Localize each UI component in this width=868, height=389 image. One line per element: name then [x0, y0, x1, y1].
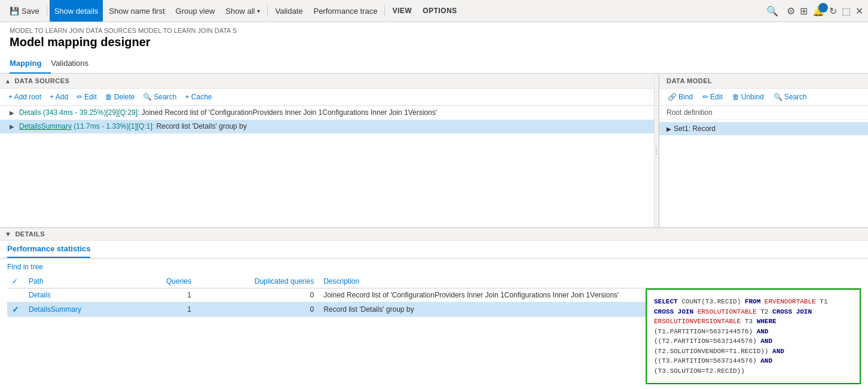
- search-button[interactable]: 🔍 Search: [139, 91, 180, 103]
- find-in-tree-area: Find in tree: [0, 259, 868, 275]
- show-all-dropdown-icon: ▾: [257, 8, 260, 14]
- tab-mapping[interactable]: Mapping: [10, 54, 51, 74]
- row1-check: [7, 288, 24, 302]
- cache-button[interactable]: + Cache: [181, 91, 215, 103]
- sql-where4: ((T3.PARTITION=5637144576): [654, 357, 760, 364]
- sql-where-keyword: WHERE: [757, 318, 777, 325]
- sql-t2: T2: [757, 308, 772, 315]
- data-sources-tree: ▶ Details (343.4ms - 39.25%)[29][Q:29]: …: [0, 106, 654, 227]
- app-container: 💾 Save Show details Show name first Grou…: [0, 0, 868, 389]
- save-icon: 💾: [10, 7, 19, 16]
- check-mark-icon: ✓: [12, 305, 19, 314]
- unbind-icon: 🗑: [732, 93, 739, 101]
- data-model-panel: DATA MODEL 🔗 Bind ✏ Edit 🗑 Unbind: [659, 74, 868, 227]
- office-icon[interactable]: ⊞: [800, 5, 808, 17]
- sql-popup: SELECT COUNT(T3.RECID) FROM ERVENDORTABL…: [646, 288, 861, 384]
- details-tab-bar: Performance statistics: [0, 241, 868, 259]
- sql-where3: (T2.SOLUTIONVENDOR=T1.RECID)): [654, 348, 772, 355]
- row2-path-link[interactable]: DetailsSummary: [29, 305, 81, 314]
- drag-dots-icon: ⋮: [652, 146, 661, 156]
- col-queries[interactable]: Queries: [135, 275, 196, 288]
- data-model-edit-button[interactable]: ✏ Edit: [699, 91, 726, 103]
- sql-t3: T3: [741, 318, 756, 325]
- sql-where1: (T1.PARTITION=5637144576): [654, 328, 757, 335]
- sql-t1: T1: [816, 298, 828, 305]
- toolbar-divider-1: [47, 5, 47, 17]
- bind-button[interactable]: 🔗 Bind: [664, 91, 696, 103]
- tree-item-details-summary[interactable]: ▶ DetailsSummary (11.7ms - 1.33%)[1][Q:1…: [0, 120, 654, 133]
- view-button[interactable]: VIEW: [387, 0, 417, 22]
- performance-trace-button[interactable]: Performance trace: [308, 0, 382, 22]
- sql-and4-keyword: AND: [760, 357, 772, 364]
- col-duplicated[interactable]: Duplicated queries: [196, 275, 319, 288]
- sql-and3-keyword: AND: [772, 348, 784, 355]
- sql-where5: (T3.SOLUTION=T2.RECID)): [654, 367, 745, 375]
- toolbar-search-button[interactable]: 🔍: [762, 3, 783, 19]
- row1-queries: 1: [135, 288, 196, 302]
- collapse-icon[interactable]: ▲: [5, 78, 11, 84]
- settings-icon[interactable]: ⚙: [787, 5, 795, 17]
- row1-path-link[interactable]: Details: [29, 291, 51, 299]
- sql-table1: ERVENDORTABLE: [765, 298, 816, 305]
- data-model-expand-icon[interactable]: ▶: [667, 126, 671, 132]
- toolbar-divider-2: [267, 5, 268, 17]
- show-name-first-button[interactable]: Show name first: [104, 0, 169, 22]
- expand-icon-2[interactable]: ▶: [10, 123, 17, 131]
- page-title: Model mapping designer: [0, 35, 868, 54]
- edit-icon: ✏: [77, 93, 82, 101]
- data-model-toolbar: 🔗 Bind ✏ Edit 🗑 Unbind 🔍: [659, 89, 868, 106]
- edit-button[interactable]: ✏ Edit: [73, 91, 100, 103]
- row2-duplicated: 0: [196, 302, 319, 317]
- sql-from-keyword: FROM: [745, 298, 765, 305]
- search-icon: 🔍: [143, 93, 152, 101]
- refresh-icon[interactable]: ↻: [829, 5, 837, 17]
- show-all-button[interactable]: Show all ▾: [221, 0, 265, 22]
- notification-badge[interactable]: 🔔 0: [812, 5, 824, 17]
- validate-button[interactable]: Validate: [270, 0, 307, 22]
- close-icon[interactable]: ✕: [855, 5, 863, 17]
- sql-cross2-keyword: CROSS JOIN: [772, 308, 812, 315]
- table-header-row: ✓ Path Queries Duplicated queries Descri…: [7, 275, 861, 288]
- add-root-button[interactable]: + Add root: [5, 91, 45, 103]
- data-model-edit-icon: ✏: [702, 93, 708, 101]
- data-sources-panel: ▲ DATA SOURCES + Add root + Add ✏: [0, 74, 654, 227]
- main-tabs: Mapping Validations: [0, 54, 868, 74]
- vertical-drag-handle[interactable]: ⋮: [654, 74, 659, 227]
- expand-icon[interactable]: ▶: [10, 109, 17, 117]
- col-description: Description: [319, 275, 861, 288]
- delete-button[interactable]: 🗑 Delete: [102, 91, 139, 103]
- details-summary-teal-text: DetailsSummary (11.7ms - 1.33%)[1][Q:1]:: [19, 122, 154, 130]
- tab-validations[interactable]: Validations: [51, 54, 98, 74]
- sql-and2-keyword: AND: [760, 338, 772, 345]
- details-collapse-icon[interactable]: ▼: [5, 230, 11, 238]
- add-button[interactable]: + Add: [46, 91, 72, 103]
- group-view-button[interactable]: Group view: [171, 0, 220, 22]
- details-header: ▼ DETAILS: [0, 228, 868, 241]
- row2-check: ✓: [7, 302, 24, 317]
- col-path[interactable]: Path: [24, 275, 135, 288]
- options-button[interactable]: OPTIONS: [418, 0, 462, 22]
- data-model-search-button[interactable]: 🔍 Search: [770, 91, 811, 103]
- sql-and1-keyword: AND: [757, 328, 769, 335]
- unbind-button[interactable]: 🗑 Unbind: [729, 91, 768, 103]
- find-in-tree-link[interactable]: Find in tree: [7, 263, 43, 271]
- row1-path[interactable]: Details: [24, 288, 135, 302]
- sql-table2: ERSOLUTIONTABLE: [698, 308, 757, 315]
- details-teal-text: Details (343.4ms - 39.25%)[29][Q:29]:: [19, 108, 139, 117]
- data-sources-header: ▲ DATA SOURCES: [0, 74, 654, 89]
- show-details-button[interactable]: Show details: [50, 0, 103, 22]
- data-model-tree-item[interactable]: ▶ Set1: Record: [659, 122, 868, 135]
- row2-path[interactable]: DetailsSummary: [24, 302, 135, 317]
- toolbar: 💾 Save Show details Show name first Grou…: [0, 0, 868, 22]
- toolbar-divider-3: [384, 5, 385, 17]
- breadcrumb: MODEL TO LEARN JOIN DATA SOURCES MODEL T…: [0, 22, 868, 35]
- sql-cross1-keyword: CROSS JOIN: [654, 308, 698, 315]
- data-model-header: DATA MODEL: [659, 74, 868, 89]
- performance-statistics-tab[interactable]: Performance statistics: [7, 241, 90, 258]
- tree-item-details[interactable]: ▶ Details (343.4ms - 39.25%)[29][Q:29]: …: [0, 106, 654, 120]
- root-definition-label: Root definition: [659, 106, 868, 120]
- sql-table3: ERSOLUTIONVERSIONTABLE: [654, 318, 741, 325]
- save-button[interactable]: 💾 Save: [5, 0, 44, 22]
- external-link-icon[interactable]: ⬚: [842, 5, 851, 17]
- data-model-tree: ▶ Set1: Record: [659, 120, 868, 227]
